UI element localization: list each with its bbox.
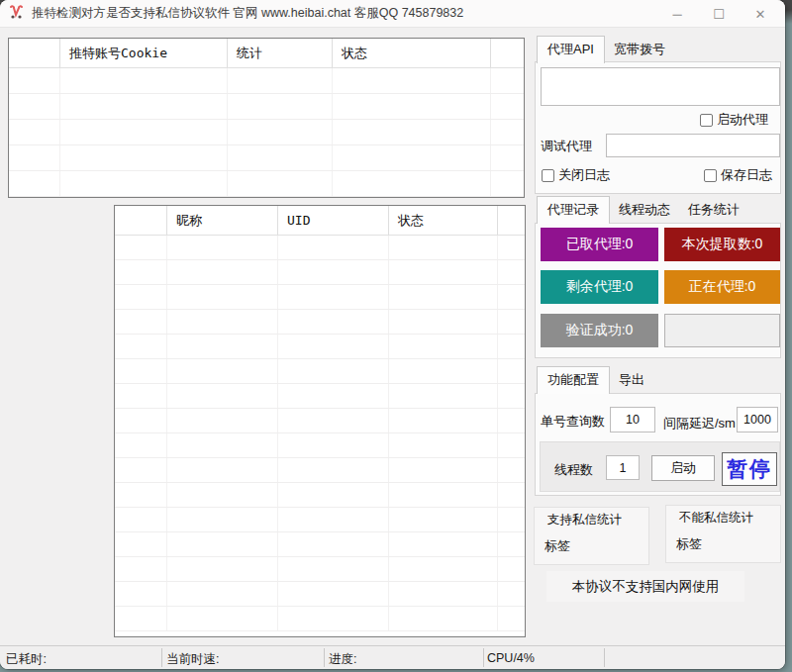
accounts-table-header: 推特账号Cookie 统计 状态 [9, 39, 524, 68]
results-table-body [115, 236, 525, 631]
table-row[interactable] [115, 433, 525, 458]
table-row[interactable] [9, 171, 524, 197]
save-log-label: 保存日志 [721, 166, 772, 184]
unsupport-dm-groupbox: 不能私信统计 标签 [665, 505, 781, 563]
app-icon [8, 5, 25, 22]
table-row[interactable] [9, 120, 524, 145]
table-row[interactable] [115, 260, 525, 285]
tab-config[interactable]: 功能配置 [537, 366, 610, 394]
accounts-col-status: 状态 [333, 39, 491, 67]
minimize-icon[interactable]: ─ [656, 0, 698, 28]
proxy-record-tabstrip: 代理记录 线程动态 任务统计 [537, 199, 748, 223]
stat-extracted-count[interactable]: 本次提取数:0 [664, 228, 780, 261]
stat-verified-success[interactable]: 验证成功:0 [541, 314, 658, 347]
start-proxy-label: 启动代理 [717, 111, 768, 129]
results-col-uid: UID [278, 206, 389, 235]
results-table[interactable]: 昵称 UID 状态 [114, 205, 526, 637]
results-col-status: 状态 [389, 206, 498, 235]
accounts-table-body [9, 68, 524, 197]
proxy-api-tabstrip: 代理API 宽带拨号 [537, 39, 674, 62]
accounts-col-rownum [9, 39, 60, 67]
tab-broadband-dial[interactable]: 宽带拨号 [605, 38, 674, 62]
checkbox-icon [542, 169, 554, 182]
config-tabstrip: 功能配置 导出 [537, 369, 653, 393]
query-count-label: 单号查询数 [541, 413, 605, 431]
table-row[interactable] [115, 310, 525, 335]
table-row[interactable] [9, 145, 524, 171]
results-col-extra [498, 206, 525, 235]
unsupport-dm-title: 不能私信统计 [679, 510, 753, 527]
close-log-checkbox[interactable]: 关闭日志 [542, 166, 610, 184]
empty-stat-panel [664, 314, 780, 347]
table-row[interactable] [115, 458, 525, 483]
statusbar-divider [161, 648, 162, 667]
stat-proxies-taken[interactable]: 已取代理:0 [541, 228, 658, 261]
accounts-col-extra [491, 39, 524, 67]
checkbox-icon [704, 169, 717, 182]
table-row[interactable] [9, 94, 524, 120]
table-row[interactable] [9, 68, 524, 94]
maximize-icon[interactable]: ☐ [698, 0, 740, 28]
close-icon[interactable]: ✕ [740, 0, 781, 28]
cpu-usage-label: CPU/4% [487, 651, 535, 665]
tab-proxy-record[interactable]: 代理记录 [537, 196, 610, 224]
current-speed-label: 当前时速: [166, 651, 219, 668]
progress-label: 进度: [329, 651, 356, 668]
table-row[interactable] [115, 532, 525, 557]
statusbar: 已耗时: 当前时速: 进度: CPU/4% [0, 645, 785, 669]
table-row[interactable] [115, 359, 525, 384]
accounts-col-cookie: 推特账号Cookie [60, 39, 228, 67]
protocol-notice: 本协议不支持国内网使用 [546, 571, 744, 602]
save-log-checkbox[interactable]: 保存日志 [704, 166, 772, 184]
table-row[interactable] [115, 557, 525, 582]
unsupport-dm-tag: 标签 [676, 535, 702, 553]
stat-proxies-active[interactable]: 正在代理:0 [664, 270, 780, 304]
support-dm-tag: 标签 [544, 537, 570, 555]
debug-proxy-label: 调试代理 [541, 138, 592, 155]
pause-button[interactable]: 暂停 [722, 452, 777, 486]
support-dm-title: 支持私信统计 [547, 512, 622, 528]
elapsed-time-label: 已耗时: [6, 651, 47, 668]
thread-count-label: 线程数 [554, 461, 593, 479]
start-proxy-checkbox[interactable]: 启动代理 [700, 111, 768, 129]
app-window: 推特检测对方是否支持私信协议软件 官网 www.heibai.chat 客服QQ… [0, 0, 785, 669]
thread-count-input[interactable] [606, 455, 640, 480]
tab-proxy-api[interactable]: 代理API [537, 36, 605, 63]
table-row[interactable] [115, 384, 525, 409]
accounts-col-stats: 统计 [228, 39, 333, 67]
titlebar: 推特检测对方是否支持私信协议软件 官网 www.heibai.chat 客服QQ… [0, 0, 785, 28]
table-row[interactable] [115, 236, 525, 260]
close-log-label: 关闭日志 [558, 166, 610, 184]
table-row[interactable] [115, 508, 525, 532]
interval-label: 间隔延迟/sm [663, 415, 736, 432]
stat-proxies-remaining[interactable]: 剩余代理:0 [541, 270, 658, 304]
table-row[interactable] [115, 335, 525, 359]
query-count-input[interactable] [610, 407, 655, 432]
window-controls: ─ ☐ ✕ [656, 0, 781, 28]
tab-export[interactable]: 导出 [610, 368, 653, 393]
tab-thread-activity[interactable]: 线程动态 [610, 198, 679, 223]
checkbox-icon [700, 114, 713, 127]
table-row[interactable] [115, 409, 525, 433]
window-title: 推特检测对方是否支持私信协议软件 官网 www.heibai.chat 客服QQ… [32, 5, 463, 22]
proxy-api-input[interactable] [541, 67, 780, 106]
statusbar-divider [483, 648, 484, 667]
debug-proxy-input[interactable] [606, 134, 780, 157]
accounts-table[interactable]: 推特账号Cookie 统计 状态 [8, 38, 525, 198]
interval-input[interactable] [737, 407, 778, 432]
table-row[interactable] [115, 607, 525, 631]
table-row[interactable] [115, 285, 525, 310]
table-row[interactable] [115, 483, 525, 508]
tab-task-stats[interactable]: 任务统计 [679, 198, 748, 223]
results-col-nickname: 昵称 [167, 206, 278, 235]
results-col-rownum [115, 206, 167, 235]
support-dm-groupbox: 支持私信统计 标签 [534, 507, 649, 565]
results-table-header: 昵称 UID 状态 [115, 206, 525, 236]
start-button[interactable]: 启动 [651, 455, 715, 481]
statusbar-divider [604, 648, 605, 667]
statusbar-divider [324, 648, 325, 667]
table-row[interactable] [115, 582, 525, 607]
